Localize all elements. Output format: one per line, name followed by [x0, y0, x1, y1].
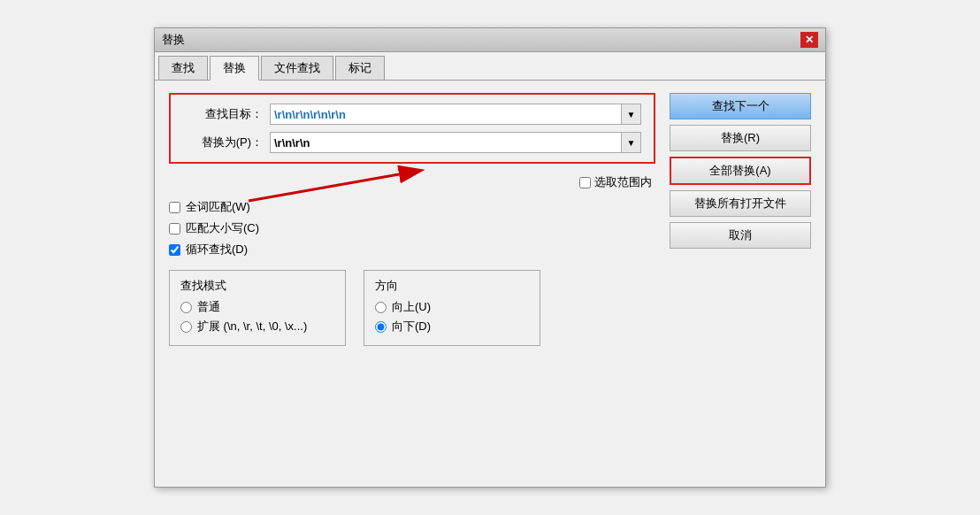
left-area: 查找目标： ▼ 替换为(P)： ▼ [169, 93, 661, 346]
direction-down-label: 向下(D) [392, 319, 431, 334]
mode-extended-row: 扩展 (\n, \r, \t, \0, \x...) [180, 319, 334, 334]
search-mode-box: 查找模式 普通 扩展 (\n, \r, \t, \0, \x...) [169, 270, 346, 346]
bottom-sections: 查找模式 普通 扩展 (\n, \r, \t, \0, \x...) 方向 [169, 270, 661, 346]
main-window: 替换 ✕ 查找 替换 文件查找 标记 查找目标： ▼ [154, 27, 826, 488]
search-mode-title: 查找模式 [180, 278, 334, 294]
direction-down-radio[interactable] [375, 321, 387, 333]
main-area: 查找目标： ▼ 替换为(P)： ▼ [169, 93, 811, 346]
match-case-checkbox[interactable] [169, 223, 180, 234]
svg-line-1 [249, 174, 399, 201]
search-input[interactable] [270, 104, 622, 125]
loop-search-row: 循环查找(D) [169, 242, 661, 258]
match-case-row: 匹配大小写(C) [169, 220, 661, 236]
tab-mark[interactable]: 标记 [335, 56, 385, 80]
search-input-wrap: ▼ [270, 104, 641, 125]
replace-label: 替换为(P)： [183, 135, 263, 150]
mode-normal-row: 普通 [180, 299, 334, 315]
direction-up-radio[interactable] [375, 302, 387, 313]
whole-word-checkbox[interactable] [169, 202, 180, 213]
tab-find[interactable]: 查找 [158, 56, 208, 80]
tab-file-find[interactable]: 文件查找 [261, 56, 333, 80]
replace-dropdown-btn[interactable]: ▼ [622, 132, 641, 153]
close-button[interactable]: ✕ [800, 32, 818, 48]
title-bar: 替换 ✕ [155, 28, 825, 52]
selection-checkbox-area: 选取范围内 [579, 174, 652, 190]
content-area: 查找目标： ▼ 替换为(P)： ▼ [155, 81, 825, 358]
mode-normal-radio[interactable] [180, 302, 192, 313]
find-next-button[interactable]: 查找下一个 [670, 93, 811, 119]
search-field-row: 查找目标： ▼ [183, 104, 641, 125]
direction-up-row: 向上(U) [375, 299, 529, 315]
replace-all-button[interactable]: 全部替换(A) [670, 157, 811, 185]
replace-field-row: 替换为(P)： ▼ [183, 132, 641, 153]
window-title: 替换 [162, 32, 185, 48]
match-case-label: 匹配大小写(C) [186, 220, 259, 236]
search-dropdown-btn[interactable]: ▼ [622, 104, 641, 125]
replace-button[interactable]: 替换(R) [670, 125, 811, 151]
cancel-button[interactable]: 取消 [670, 222, 811, 249]
mode-extended-label: 扩展 (\n, \r, \t, \0, \x...) [197, 319, 307, 334]
mode-normal-label: 普通 [197, 299, 220, 315]
direction-up-label: 向上(U) [392, 299, 431, 315]
direction-box: 方向 向上(U) 向下(D) [364, 270, 540, 346]
replace-all-open-button[interactable]: 替换所有打开文件 [670, 190, 811, 217]
search-label: 查找目标： [183, 106, 263, 122]
replace-input-wrap: ▼ [270, 132, 641, 153]
direction-down-row: 向下(D) [375, 319, 529, 334]
loop-search-checkbox[interactable] [169, 244, 180, 256]
tab-bar: 查找 替换 文件查找 标记 [155, 52, 825, 81]
selection-label: 选取范围内 [594, 174, 652, 190]
selection-checkbox[interactable] [579, 177, 591, 188]
right-area: 查找下一个 替换(R) 全部替换(A) 替换所有打开文件 取消 [670, 93, 811, 346]
replace-input[interactable] [270, 132, 622, 153]
arrow-indicator [222, 165, 434, 210]
direction-title: 方向 [375, 278, 529, 294]
search-replace-box: 查找目标： ▼ 替换为(P)： ▼ [169, 93, 655, 164]
tab-replace[interactable]: 替换 [210, 56, 259, 81]
mode-extended-radio[interactable] [180, 321, 192, 333]
loop-search-label: 循环查找(D) [186, 242, 248, 258]
